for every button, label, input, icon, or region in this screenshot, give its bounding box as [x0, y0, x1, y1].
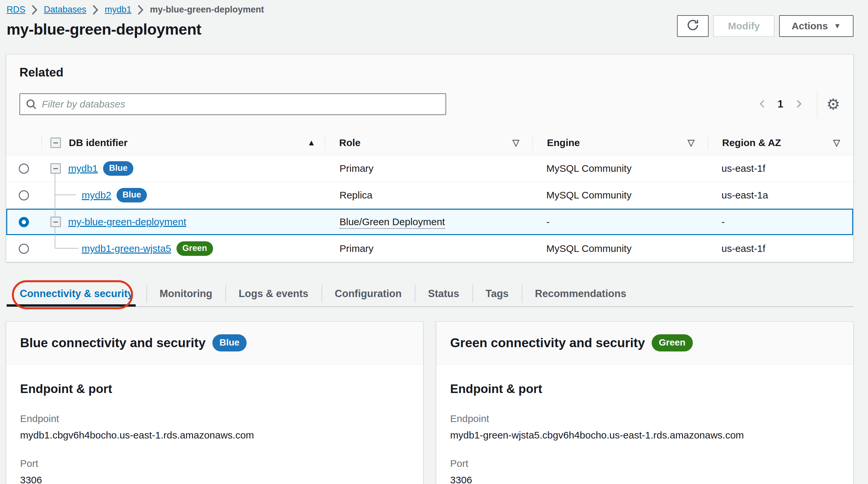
panel-header: Blue connectivity and security Blue: [6, 322, 423, 364]
cell-role: Primary: [325, 243, 532, 254]
column-label: DB identifier: [69, 137, 127, 148]
breadcrumb-separator-icon: [31, 5, 38, 15]
cell-region-az: us-east-1f: [708, 243, 853, 254]
tree-collapse-all-icon[interactable]: [51, 138, 61, 148]
port-value: 3306: [20, 475, 409, 484]
tab-monitoring[interactable]: Monitoring: [147, 283, 225, 304]
active-tab-indicator: [7, 304, 136, 307]
next-page-button[interactable]: [792, 96, 806, 112]
cell-engine: MySQL Community: [532, 243, 708, 254]
blue-badge: Blue: [103, 161, 133, 175]
refresh-button[interactable]: [677, 15, 709, 37]
db-link-mydb2[interactable]: mydb2: [82, 190, 111, 201]
column-label: Region & AZ: [722, 137, 781, 148]
panel-title: Blue connectivity and security: [20, 336, 206, 350]
row-radio-mydb1-green-wjsta5[interactable]: [19, 244, 29, 254]
panel-body: Endpoint & port Endpoint mydb1.cbgv6h4bo…: [6, 364, 423, 484]
related-section: Related 1: [6, 54, 854, 262]
green-connectivity-panel: Green connectivity and security Green En…: [436, 321, 854, 484]
related-card-header: Related 1: [6, 54, 853, 130]
blue-badge: Blue: [212, 334, 247, 351]
endpoint-port-heading: Endpoint & port: [20, 382, 409, 396]
breadcrumb-link-rds[interactable]: RDS: [7, 5, 25, 15]
column-header-engine[interactable]: Engine ▽: [532, 130, 708, 155]
endpoint-value: mydb1-green-wjsta5.cbgv6h4bocho.us-east-…: [450, 430, 839, 441]
breadcrumb-link-mydb1[interactable]: mydb1: [105, 5, 131, 15]
endpoint-field: Endpoint mydb1.cbgv6h4bocho.us-east-1.rd…: [20, 413, 409, 441]
table-row: mydb2 Blue Replica MySQL Community us-ea…: [6, 182, 853, 208]
cell-role: Primary: [325, 163, 532, 174]
tab-tags[interactable]: Tags: [472, 283, 522, 304]
table-row: mydb1 Blue Primary MySQL Community us-ea…: [6, 155, 853, 182]
row-radio-my-blue-green-deployment[interactable]: [19, 217, 29, 227]
cell-region-az: us-east-1a: [708, 190, 853, 201]
actions-label: Actions: [792, 21, 828, 32]
detail-tabs: Connectivity & security Monitoring Logs …: [7, 283, 854, 308]
port-field: Port 3306: [450, 458, 839, 484]
panel-body: Endpoint & port Endpoint mydb1-green-wjs…: [436, 364, 853, 484]
connectivity-panels: Blue connectivity and security Blue Endp…: [6, 321, 854, 484]
breadcrumb: RDS Databases mydb1 my-blue-green-deploy…: [7, 5, 854, 15]
tree-collapse-icon[interactable]: [51, 163, 61, 174]
sortable-column-icon: ▽: [833, 138, 840, 148]
cell-role: Replica: [325, 190, 532, 201]
table-row-selected: my-blue-green-deployment Blue/Green Depl…: [6, 208, 853, 235]
tab-logs-events[interactable]: Logs & events: [225, 283, 322, 304]
column-header-db-identifier[interactable]: DB identifier ▲: [41, 130, 325, 155]
port-label: Port: [20, 458, 409, 469]
tab-status[interactable]: Status: [415, 283, 472, 304]
breadcrumb-link-databases[interactable]: Databases: [44, 5, 86, 15]
search-icon: [25, 98, 37, 111]
table-row: mydb1-green-wjsta5 Green Primary MySQL C…: [6, 235, 853, 262]
sortable-column-icon: ▽: [513, 138, 519, 148]
table-toolbar: 1 ⚙: [20, 90, 840, 118]
cell-engine: -: [532, 216, 708, 227]
port-value: 3306: [450, 475, 839, 484]
row-radio-mydb1[interactable]: [19, 164, 29, 174]
pagination-controls: 1 ⚙: [755, 90, 840, 118]
panel-title: Green connectivity and security: [450, 336, 645, 350]
db-link-my-blue-green-deployment[interactable]: my-blue-green-deployment: [68, 216, 186, 227]
row-radio-mydb2[interactable]: [19, 190, 29, 200]
tab-configuration[interactable]: Configuration: [322, 283, 415, 304]
chevron-left-icon: [757, 98, 767, 110]
tab-recommendations[interactable]: Recommendations: [522, 283, 640, 304]
table-header-row: DB identifier ▲ Role ▽ Engine ▽ Region &…: [6, 130, 853, 155]
endpoint-value: mydb1.cbgv6h4bocho.us-east-1.rds.amazona…: [20, 430, 409, 441]
filter-databases-input[interactable]: [20, 93, 446, 115]
previous-page-button[interactable]: [755, 96, 769, 112]
db-link-mydb1-green-wjsta5[interactable]: mydb1-green-wjsta5: [82, 243, 171, 254]
db-link-mydb1[interactable]: mydb1: [68, 163, 98, 174]
page-header: RDS Databases mydb1 my-blue-green-deploy…: [0, 0, 868, 38]
green-badge: Green: [177, 241, 213, 256]
cell-region-az: us-east-1f: [708, 163, 853, 174]
column-label: Role: [339, 137, 361, 148]
current-page-number[interactable]: 1: [778, 98, 783, 110]
tree-collapse-icon[interactable]: [51, 217, 61, 227]
port-field: Port 3306: [20, 458, 409, 484]
related-heading: Related: [20, 66, 840, 80]
column-header-region-az[interactable]: Region & AZ ▽: [708, 130, 853, 155]
breadcrumb-current: my-blue-green-deployment: [150, 5, 264, 15]
actions-dropdown-button[interactable]: Actions ▼: [779, 15, 854, 37]
breadcrumb-separator-icon: [92, 5, 99, 15]
blue-badge: Blue: [117, 188, 147, 202]
header-action-buttons: Modify Actions ▼: [677, 15, 854, 37]
tab-underline: [7, 304, 854, 308]
gear-icon: ⚙: [827, 95, 840, 113]
pagination-divider: [817, 90, 817, 118]
endpoint-label: Endpoint: [20, 413, 409, 424]
chevron-right-icon: [794, 98, 804, 110]
table-preferences-button[interactable]: ⚙: [827, 96, 840, 112]
tab-connectivity-security[interactable]: Connectivity & security: [7, 283, 147, 304]
port-label: Port: [450, 458, 839, 469]
panel-header: Green connectivity and security Green: [436, 322, 853, 364]
endpoint-label: Endpoint: [450, 413, 839, 424]
blue-connectivity-panel: Blue connectivity and security Blue Endp…: [6, 321, 424, 484]
refresh-icon: [686, 18, 700, 34]
modify-button[interactable]: Modify: [713, 15, 774, 37]
column-header-role[interactable]: Role ▽: [325, 130, 532, 155]
cell-region-az: -: [708, 216, 853, 227]
column-label: Engine: [547, 137, 580, 148]
cell-role: Blue/Green Deployment: [325, 216, 532, 227]
